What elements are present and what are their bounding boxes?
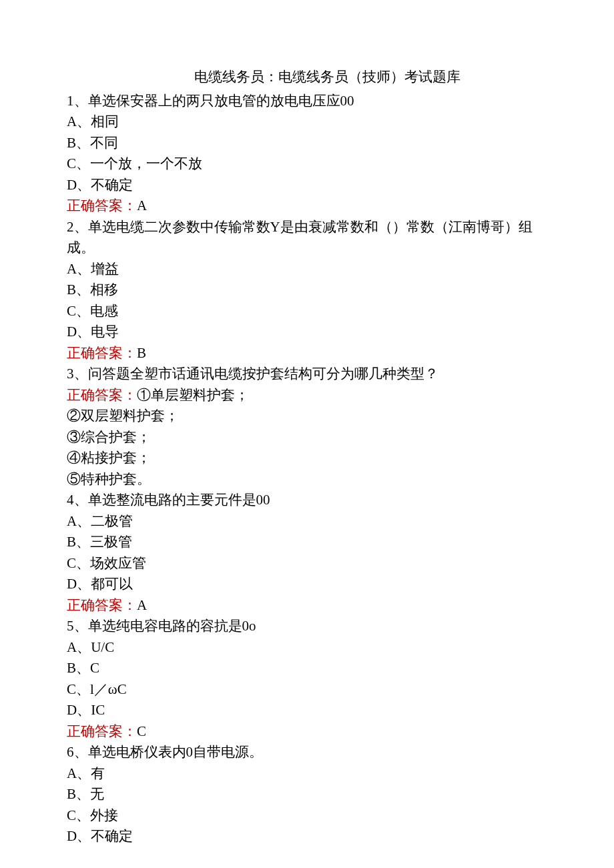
q1-stem: 1、单选保安器上的两只放电管的放电电压应00 — [67, 91, 547, 112]
q5-answer-value: C — [137, 723, 146, 739]
q4-stem: 4、单选整流电路的主要元件是00 — [67, 490, 547, 511]
q6-option-d: D、不确定 — [67, 826, 547, 847]
page-title: 电缆线务员：电缆线务员（技师）考试题库 — [67, 67, 547, 88]
q3-answer-line4: ④粘接护套； — [67, 448, 547, 469]
q6-stem: 6、单选电桥仪表内0自带电源。 — [67, 742, 547, 763]
q5-answer-label: 正确答案： — [67, 723, 137, 739]
q3-answer-line3: ③综合护套； — [67, 427, 547, 448]
q2-option-d: D、电导 — [67, 322, 547, 343]
q5-option-c: C、l／ωC — [67, 679, 547, 701]
q1-option-b: B、不同 — [67, 133, 547, 154]
q1-option-a: A、相同 — [67, 111, 547, 133]
q2-stem-line2: 成。 — [67, 238, 547, 259]
q1-answer: 正确答案：A — [67, 195, 547, 217]
q2-answer: 正确答案：B — [67, 343, 547, 364]
q4-option-d: D、都可以 — [67, 574, 547, 595]
q2-answer-label: 正确答案： — [67, 345, 137, 361]
q5-option-a: A、U/C — [67, 637, 547, 659]
q2-option-b: B、相移 — [67, 280, 547, 301]
q2-option-a: A、增益 — [67, 259, 547, 280]
q1-answer-value: A — [137, 197, 147, 213]
q3-answer-line1: 正确答案：①单层塑料护套； — [67, 385, 547, 406]
q1-option-c: C、一个放，一个不放 — [67, 153, 547, 175]
q5-stem: 5、单选纯电容电路的容抗是0o — [67, 616, 547, 637]
q6-option-b: B、无 — [67, 784, 547, 805]
q4-option-b: B、三极管 — [67, 532, 547, 553]
q6-option-a: A、有 — [67, 763, 547, 785]
q6-option-c: C、外接 — [67, 805, 547, 827]
q5-answer: 正确答案：C — [67, 721, 547, 743]
q1-answer-label: 正确答案： — [67, 197, 137, 213]
q4-answer-label: 正确答案： — [67, 597, 137, 613]
q2-option-c: C、电感 — [67, 301, 547, 322]
q4-option-a: A、二极管 — [67, 511, 547, 532]
q3-answer-line5: ⑤特种护套。 — [67, 469, 547, 490]
q3-stem: 3、问答题全塑市话通讯电缆按护套结构可分为哪几种类型？ — [67, 364, 547, 385]
q1-option-d: D、不确定 — [67, 175, 547, 196]
q3-answer-label: 正确答案： — [67, 387, 137, 403]
q5-option-b: B、C — [67, 658, 547, 679]
q4-answer: 正确答案：A — [67, 595, 547, 616]
q3-answer-first: ①单层塑料护套； — [137, 387, 249, 403]
q2-stem-line1: 2、单选电缆二次参数中传输常数Y是由衰减常数和（）常数（江南博哥）组 — [67, 217, 547, 238]
q4-answer-value: A — [137, 597, 147, 613]
q2-answer-value: B — [137, 345, 146, 361]
q5-option-d: D、IC — [67, 700, 547, 721]
q4-option-c: C、场效应管 — [67, 553, 547, 574]
q3-answer-line2: ②双层塑料护套； — [67, 406, 547, 427]
